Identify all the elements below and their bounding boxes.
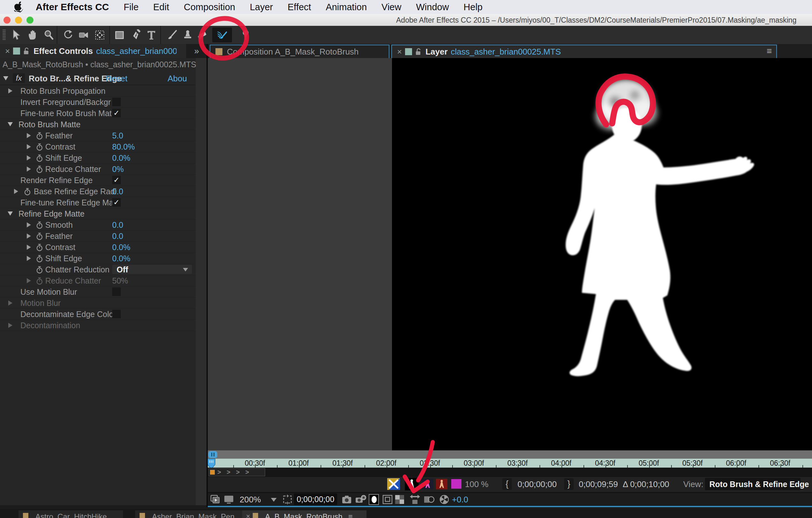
close-window-button[interactable] (3, 17, 10, 24)
property-row[interactable]: Feather 0.0 (0, 230, 196, 242)
checkbox-checked[interactable]: ✓ (112, 198, 121, 207)
twirl-right-icon[interactable] (8, 88, 12, 93)
property-row[interactable]: Contrast 80.0% (0, 141, 196, 153)
pan-behind-tool[interactable] (92, 27, 107, 43)
scrollbar-track[interactable] (196, 58, 206, 505)
apple-icon[interactable] (14, 2, 24, 12)
property-row[interactable]: Chatter Reduction Off (0, 264, 196, 275)
property-row[interactable]: Use Motion Blur (0, 287, 196, 298)
twirl-right-icon[interactable] (27, 144, 31, 149)
property-row[interactable]: Feather 5.0 (0, 130, 196, 141)
roto-brush-tool[interactable] (212, 27, 232, 43)
selection-tool[interactable] (8, 27, 23, 43)
fx-badge[interactable]: fx (13, 73, 25, 83)
hand-tool[interactable] (25, 27, 39, 43)
menu-item-composition[interactable]: Composition (184, 2, 235, 12)
effect-reset-link[interactable]: Reset (106, 74, 127, 84)
property-row[interactable]: Shift Edge 0.0% (0, 253, 196, 264)
timeline-tab-ab-mask-rotobrush[interactable]: × A_B_Mask_RotoBrush ≡ (242, 510, 367, 518)
show-snapshot-icon[interactable] (355, 494, 367, 505)
property-row[interactable]: Fine-tune Refine Edge Ma ✓ (0, 197, 196, 208)
close-icon[interactable]: × (397, 47, 402, 57)
stopwatch-icon[interactable] (36, 143, 44, 151)
stopwatch-icon[interactable] (36, 243, 44, 252)
property-value[interactable]: 0.0 (112, 231, 123, 241)
property-value[interactable]: 5.0 (112, 131, 123, 140)
in-point-icon[interactable]: { (502, 478, 512, 490)
effect-controls-tab[interactable]: × Effect Controls class_asher_brian00025… (0, 44, 207, 58)
region-of-interest-icon[interactable] (382, 494, 393, 505)
twirl-right-icon[interactable] (27, 245, 31, 250)
twirl-right-icon[interactable] (8, 300, 12, 305)
property-row[interactable]: Fine-tune Roto Brush Mat ✓ (0, 108, 196, 119)
composition-viewer-tab[interactable]: Composition A_B_Mask_RotoBrush (210, 45, 389, 59)
twirl-right-icon[interactable] (27, 166, 31, 172)
timeline-tab-astro-car[interactable]: Astro_Car_HitchHike (19, 510, 123, 518)
property-value[interactable]: 0.0 (112, 220, 123, 230)
twirl-right-icon[interactable] (14, 189, 18, 194)
out-point-icon[interactable]: } (564, 478, 574, 490)
timeline-ruler[interactable]: 0f 00:30f 01:00f 01:30f 02:00f 02:30f 03… (208, 459, 812, 468)
menu-item-edit[interactable]: Edit (153, 2, 169, 12)
property-value[interactable]: 0.0% (112, 254, 130, 263)
twirl-down-icon[interactable] (8, 122, 13, 126)
property-row[interactable]: Reduce Chatter 0% (0, 164, 196, 175)
current-time-display[interactable]: 0;00;00;00 (294, 493, 337, 505)
close-icon[interactable]: × (5, 46, 10, 56)
panel-overflow-button[interactable]: » (186, 44, 207, 58)
property-row[interactable]: Render Refine Edge ✓ (0, 175, 196, 186)
property-row[interactable]: Roto Brush Propagation (0, 85, 196, 97)
primary-viewer-icon[interactable] (223, 494, 235, 505)
stopwatch-icon[interactable] (36, 232, 44, 241)
menu-item-appname[interactable]: After Effects CC (36, 2, 109, 12)
show-channel-alpha-icon[interactable] (368, 494, 380, 505)
property-group-row[interactable]: Roto Brush Matte (0, 119, 196, 130)
magnification-dropdown-icon[interactable] (271, 498, 277, 502)
puppet-pin-tool[interactable] (238, 27, 253, 43)
exposure-value[interactable]: +0.0 (452, 495, 468, 505)
property-row[interactable]: Decontaminate Edge Colo (0, 309, 196, 320)
stopwatch-icon[interactable] (36, 132, 44, 140)
twirl-right-icon[interactable] (27, 234, 31, 239)
twirl-down-icon[interactable] (8, 212, 13, 216)
checkbox-checked[interactable]: ✓ (112, 109, 121, 117)
stopwatch-icon[interactable] (36, 254, 44, 263)
timeline-scroll-strip[interactable] (208, 451, 812, 459)
property-value[interactable]: 0.0% (112, 154, 130, 163)
zoom-tool[interactable] (41, 27, 56, 43)
resolution-icon[interactable] (409, 494, 420, 505)
panel-menu-icon[interactable]: ≡ (348, 512, 353, 518)
toggle-transparency-button[interactable] (387, 478, 400, 490)
stopwatch-icon[interactable] (36, 277, 44, 285)
rotation-tool[interactable] (61, 27, 75, 43)
menu-item-layer[interactable]: Layer (250, 2, 273, 12)
property-row[interactable]: Shift Edge 0.0% (0, 153, 196, 164)
twirl-down-icon[interactable] (3, 76, 8, 80)
twirl-right-icon[interactable] (27, 155, 31, 160)
property-value[interactable]: 0.0 (112, 187, 123, 196)
menu-item-animation[interactable]: Animation (326, 2, 367, 12)
minimize-window-button[interactable] (15, 17, 22, 24)
property-row[interactable]: Base Refine Edge Radi 0.0 (0, 186, 196, 197)
exposure-icon[interactable] (438, 494, 450, 505)
effect-header-row[interactable]: fx Roto Br...& Refine Edge Reset Abou (0, 72, 196, 85)
in-point-time[interactable]: 0;00;00;00 (518, 480, 557, 489)
property-row[interactable]: Reduce Chatter 50% (0, 275, 196, 287)
layer-viewer-tab[interactable]: × Layer class_asher_brian00025.MTS ≡ (392, 45, 777, 59)
unlock-icon[interactable] (23, 47, 30, 55)
property-row[interactable]: Motion Blur (0, 298, 196, 309)
timeline-zoom-handle[interactable] (208, 451, 218, 458)
always-preview-icon[interactable] (210, 494, 221, 505)
out-point-time[interactable]: 0;00;09;59 (579, 480, 618, 489)
panel-menu-icon[interactable]: ≡ (767, 46, 772, 56)
grid-guides-icon[interactable] (282, 494, 293, 505)
stopwatch-icon[interactable] (36, 154, 44, 162)
stopwatch-icon[interactable] (36, 221, 44, 229)
property-value[interactable]: 80.0% (112, 142, 135, 152)
menu-item-view[interactable]: View (381, 2, 401, 12)
view-mode-dropdown[interactable]: Roto Brush & Refine Edge (705, 478, 801, 490)
property-value[interactable]: 0.0% (112, 243, 130, 252)
alpha-view-button[interactable] (405, 478, 418, 490)
brush-tool[interactable] (165, 27, 180, 43)
magnification-value[interactable]: 200% (240, 495, 261, 505)
